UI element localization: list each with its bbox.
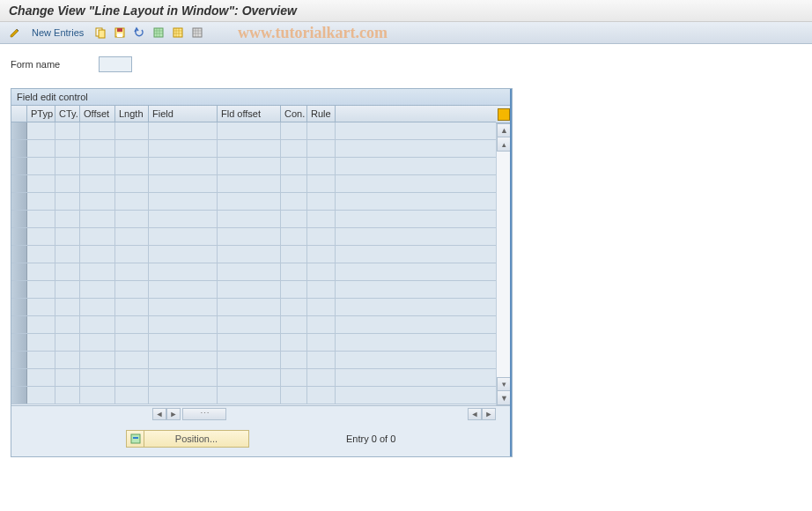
cell-lngth[interactable] — [115, 263, 149, 280]
col-cty[interactable]: CTy. — [55, 106, 80, 122]
row-selector[interactable] — [11, 334, 27, 351]
cell-ptyp[interactable] — [27, 211, 55, 227]
cell-offset[interactable] — [80, 246, 115, 263]
cell-rule[interactable] — [307, 281, 336, 298]
cell-lngth[interactable] — [115, 369, 149, 386]
cell-con[interactable] — [281, 158, 307, 174]
cell-con[interactable] — [281, 316, 307, 333]
table-row[interactable] — [11, 175, 496, 193]
cell-cty[interactable] — [55, 281, 80, 298]
cell-offset[interactable] — [80, 175, 115, 192]
cell-rule[interactable] — [307, 369, 336, 386]
cell-cty[interactable] — [55, 246, 80, 263]
scroll-thumb[interactable]: ⋯ — [182, 408, 226, 420]
cell-lngth[interactable] — [115, 352, 149, 368]
cell-rule[interactable] — [307, 246, 336, 263]
col-selector[interactable] — [11, 106, 27, 122]
cell-field[interactable] — [149, 193, 218, 210]
cell-rule[interactable] — [307, 316, 336, 333]
select-block-icon[interactable] — [170, 25, 186, 41]
col-field[interactable]: Field — [149, 106, 218, 122]
cell-con[interactable] — [281, 352, 307, 368]
cell-field[interactable] — [149, 122, 218, 139]
cell-offset[interactable] — [80, 211, 115, 227]
table-row[interactable] — [11, 316, 496, 334]
row-selector[interactable] — [11, 193, 27, 210]
cell-ptyp[interactable] — [27, 316, 55, 333]
pencil-icon[interactable] — [7, 25, 23, 41]
cell-cty[interactable] — [55, 369, 80, 386]
cell-fld-offset[interactable] — [218, 263, 281, 280]
row-selector[interactable] — [11, 299, 27, 315]
cell-con[interactable] — [281, 246, 307, 263]
deselect-icon[interactable] — [189, 25, 205, 41]
cell-cty[interactable] — [55, 158, 80, 174]
cell-ptyp[interactable] — [27, 122, 55, 139]
cell-offset[interactable] — [80, 387, 115, 404]
form-name-input[interactable] — [99, 56, 132, 72]
cell-offset[interactable] — [80, 299, 115, 315]
cell-lngth[interactable] — [115, 281, 149, 298]
cell-field[interactable] — [149, 299, 218, 315]
cell-con[interactable] — [281, 334, 307, 351]
table-row[interactable] — [11, 193, 496, 211]
scroll-left-icon[interactable]: ◄ — [152, 408, 166, 420]
cell-con[interactable] — [281, 387, 307, 404]
row-selector[interactable] — [11, 211, 27, 227]
cell-cty[interactable] — [55, 228, 80, 245]
cell-offset[interactable] — [80, 334, 115, 351]
table-row[interactable] — [11, 263, 496, 281]
cell-fld-offset[interactable] — [218, 122, 281, 139]
cell-con[interactable] — [281, 281, 307, 298]
cell-cty[interactable] — [55, 263, 80, 280]
cell-ptyp[interactable] — [27, 228, 55, 245]
position-button[interactable]: Position... — [126, 430, 249, 448]
cell-ptyp[interactable] — [27, 281, 55, 298]
cell-fld-offset[interactable] — [218, 228, 281, 245]
cell-con[interactable] — [281, 228, 307, 245]
cell-ptyp[interactable] — [27, 352, 55, 368]
cell-fld-offset[interactable] — [218, 211, 281, 227]
row-selector[interactable] — [11, 316, 27, 333]
row-selector[interactable] — [11, 122, 27, 139]
cell-rule[interactable] — [307, 193, 336, 210]
cell-rule[interactable] — [307, 299, 336, 315]
scroll-right-end-icon[interactable]: ► — [482, 408, 496, 420]
cell-field[interactable] — [149, 334, 218, 351]
cell-ptyp[interactable] — [27, 299, 55, 315]
cell-lngth[interactable] — [115, 228, 149, 245]
table-row[interactable] — [11, 158, 496, 175]
cell-offset[interactable] — [80, 281, 115, 298]
cell-con[interactable] — [281, 122, 307, 139]
cell-offset[interactable] — [80, 316, 115, 333]
cell-offset[interactable] — [80, 122, 115, 139]
cell-cty[interactable] — [55, 140, 80, 157]
cell-fld-offset[interactable] — [218, 175, 281, 192]
cell-cty[interactable] — [55, 387, 80, 404]
cell-fld-offset[interactable] — [218, 281, 281, 298]
cell-rule[interactable] — [307, 140, 336, 157]
cell-con[interactable] — [281, 140, 307, 157]
cell-con[interactable] — [281, 193, 307, 210]
cell-con[interactable] — [281, 369, 307, 386]
cell-fld-offset[interactable] — [218, 299, 281, 315]
table-row[interactable] — [11, 369, 496, 387]
cell-ptyp[interactable] — [27, 246, 55, 263]
col-lngth[interactable]: Lngth — [115, 106, 149, 122]
table-row[interactable] — [11, 211, 496, 228]
table-row[interactable] — [11, 122, 496, 140]
cell-offset[interactable] — [80, 140, 115, 157]
cell-ptyp[interactable] — [27, 263, 55, 280]
cell-con[interactable] — [281, 175, 307, 192]
row-selector[interactable] — [11, 281, 27, 298]
cell-field[interactable] — [149, 228, 218, 245]
cell-lngth[interactable] — [115, 299, 149, 315]
cell-ptyp[interactable] — [27, 158, 55, 174]
cell-cty[interactable] — [55, 175, 80, 192]
cell-fld-offset[interactable] — [218, 140, 281, 157]
copy-icon[interactable] — [92, 25, 108, 41]
cell-ptyp[interactable] — [27, 140, 55, 157]
cell-ptyp[interactable] — [27, 369, 55, 386]
cell-rule[interactable] — [307, 158, 336, 174]
cell-con[interactable] — [281, 211, 307, 227]
